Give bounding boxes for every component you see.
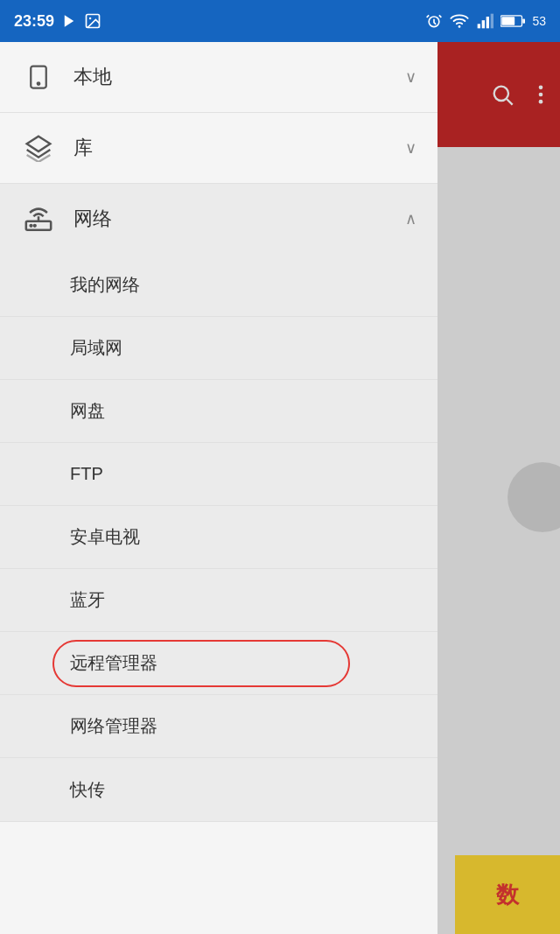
status-bar-right: 53 [425,11,546,31]
svg-marker-22 [27,137,51,151]
router-icon [21,201,56,236]
svg-rect-6 [482,20,485,28]
svg-point-4 [458,25,461,28]
remote-manager-label: 远程管理器 [70,651,158,675]
svg-rect-8 [491,14,494,29]
svg-marker-0 [65,15,74,27]
local-label: 本地 [74,64,405,90]
svg-point-2 [89,18,92,19]
fast-transfer-label: 快传 [70,778,105,802]
network-label: 网络 [74,206,405,232]
sidebar-item-lan[interactable]: 局域网 [0,317,438,380]
svg-rect-10 [523,18,526,23]
alarm-icon [425,12,443,30]
main-container: 2 图片 投屏 [0,42,560,934]
image-status-icon [84,12,102,30]
android-tv-label: 安卓电视 [70,525,140,549]
sidebar-item-my-network[interactable]: 我的网络 [0,254,438,317]
my-network-label: 我的网络 [70,273,140,297]
sidebar-drawer: 本地 ∨ 库 ∨ [0,42,438,934]
svg-rect-11 [502,17,515,25]
svg-rect-5 [478,24,480,28]
battery-icon [500,14,525,28]
sidebar-item-network-manager[interactable]: 网络管理器 [0,695,438,758]
network-sub-section: 我的网络 局域网 网盘 FTP 安卓电视 蓝牙 [0,254,438,821]
sidebar-item-bluetooth[interactable]: 蓝牙 [0,569,438,632]
layers-icon [21,130,56,165]
network-chevron: ∧ [405,209,416,228]
sidebar-item-remote-manager[interactable]: 远程管理器 [0,632,438,695]
sidebar-item-cloud[interactable]: 网盘 [0,380,438,443]
battery-pct: 53 [532,14,546,28]
local-chevron: ∨ [405,67,416,87]
phone-icon [21,60,56,95]
time-display: 23:59 [14,12,54,31]
sidebar-item-library[interactable]: 库 ∨ [0,113,438,183]
sidebar-item-fast-transfer[interactable]: 快传 [0,758,438,821]
sidebar-item-network[interactable]: 网络 ∧ [0,184,438,254]
network-manager-label: 网络管理器 [70,714,158,738]
sidebar-item-local[interactable]: 本地 ∨ [0,42,438,112]
ftp-label: FTP [70,464,103,484]
signal-icon [476,12,494,30]
status-bar: 23:59 53 [0,0,560,42]
sidebar-section-local: 本地 ∨ [0,42,438,113]
cloud-label: 网盘 [70,399,105,423]
sidebar-item-ftp[interactable]: FTP [0,443,438,506]
bluetooth-label: 蓝牙 [70,588,105,612]
sidebar-section-network: 网络 ∧ 我的网络 局域网 网盘 FTP 安卓电视 [0,184,438,822]
library-label: 库 [74,135,405,161]
svg-rect-7 [486,17,489,28]
status-bar-left: 23:59 [14,12,102,31]
wifi-icon [450,11,469,31]
sidebar-item-android-tv[interactable]: 安卓电视 [0,506,438,569]
play-icon [61,13,77,29]
sidebar-section-library: 库 ∨ [0,113,438,184]
lan-label: 局域网 [70,336,122,360]
library-chevron: ∨ [405,138,416,158]
svg-point-21 [38,82,40,85]
